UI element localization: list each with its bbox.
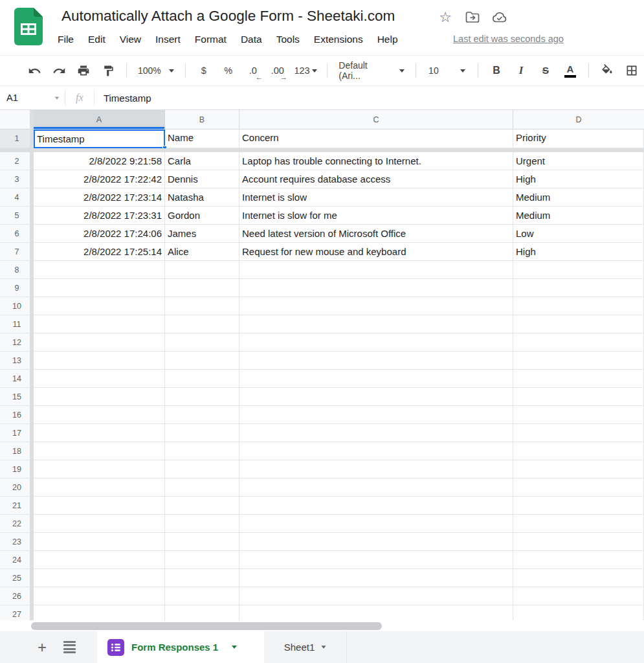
cell-B13[interactable] xyxy=(165,352,239,370)
cell-B10[interactable] xyxy=(165,297,239,315)
cell-D24[interactable] xyxy=(513,551,644,569)
bold-button[interactable]: B xyxy=(485,60,508,81)
cell-C13[interactable] xyxy=(239,352,513,370)
cell-C25[interactable] xyxy=(239,569,513,587)
cell-B6[interactable]: James xyxy=(165,225,239,243)
cell-B11[interactable] xyxy=(165,315,239,333)
row-header-10[interactable]: 10 xyxy=(0,297,34,315)
cell-B3[interactable]: Dennis xyxy=(165,170,239,188)
format-currency-button[interactable]: $ xyxy=(192,60,216,81)
cell-C4[interactable]: Internet is slow xyxy=(239,188,513,207)
cell-A7[interactable]: 2/8/2022 17:25:14 xyxy=(34,243,165,261)
cell-B9[interactable] xyxy=(165,279,239,297)
cell-A25[interactable] xyxy=(34,569,165,587)
cell-C5[interactable]: Internet is slow for me xyxy=(239,207,513,225)
cell-D25[interactable] xyxy=(513,569,644,587)
cell-C23[interactable] xyxy=(239,533,513,551)
menu-insert[interactable]: Insert xyxy=(148,31,188,48)
cell-B5[interactable]: Gordon xyxy=(165,207,239,225)
cell-B16[interactable] xyxy=(165,406,239,424)
cell-A6[interactable]: 2/8/2022 17:24:06 xyxy=(34,225,165,243)
cell-A12[interactable] xyxy=(34,333,165,352)
cell-A22[interactable] xyxy=(34,515,165,533)
undo-button[interactable] xyxy=(23,60,46,81)
cell-C10[interactable] xyxy=(239,297,513,315)
cell-A20[interactable] xyxy=(34,478,165,497)
name-box[interactable]: A1 xyxy=(0,93,65,103)
cell-C18[interactable] xyxy=(239,442,513,460)
cell-B24[interactable] xyxy=(165,551,239,569)
cell-D20[interactable] xyxy=(513,478,644,497)
font-size-select[interactable]: 10 xyxy=(422,60,472,81)
paint-format-button[interactable] xyxy=(96,60,120,81)
cell-C20[interactable] xyxy=(239,478,513,497)
cell-B8[interactable] xyxy=(165,261,239,279)
cell-A14[interactable] xyxy=(34,370,165,388)
cell-C22[interactable] xyxy=(239,515,513,533)
row-header-24[interactable]: 24 xyxy=(0,551,34,569)
cell-D11[interactable] xyxy=(513,315,644,333)
text-color-button[interactable]: A xyxy=(559,60,582,81)
menu-edit[interactable]: Edit xyxy=(81,31,113,48)
cell-A26[interactable] xyxy=(34,587,165,605)
row-header-22[interactable]: 22 xyxy=(0,515,34,533)
cell-C27[interactable] xyxy=(239,605,513,620)
row-header-27[interactable]: 27 xyxy=(0,605,34,620)
cell-B26[interactable] xyxy=(165,587,239,605)
cell-A18[interactable] xyxy=(34,442,165,460)
cell-B27[interactable] xyxy=(165,605,239,620)
add-sheet-button[interactable]: + xyxy=(31,631,53,663)
cell-B7[interactable]: Alice xyxy=(165,243,239,261)
row-header-6[interactable]: 6 xyxy=(0,225,34,243)
row-header-2[interactable]: 2 xyxy=(0,152,34,170)
cell-D27[interactable] xyxy=(513,605,644,620)
cell-B20[interactable] xyxy=(165,478,239,497)
cell-D21[interactable] xyxy=(513,497,644,515)
row-header-26[interactable]: 26 xyxy=(0,587,34,605)
cell-C19[interactable] xyxy=(239,460,513,478)
increase-decimals-button[interactable]: .00 → xyxy=(266,60,289,81)
row-header-7[interactable]: 7 xyxy=(0,243,34,261)
print-button[interactable] xyxy=(72,60,95,81)
cell-A9[interactable] xyxy=(34,279,165,297)
formula-input[interactable]: Timestamp xyxy=(94,93,644,104)
cell-A1[interactable]: Timestamp xyxy=(34,129,165,148)
cell-A5[interactable]: 2/8/2022 17:23:31 xyxy=(34,207,165,225)
column-header-A[interactable]: A xyxy=(34,110,165,129)
cell-D23[interactable] xyxy=(513,533,644,551)
cell-D18[interactable] xyxy=(513,442,644,460)
cell-B15[interactable] xyxy=(165,388,239,406)
row-header-19[interactable]: 19 xyxy=(0,460,34,478)
cell-A24[interactable] xyxy=(34,551,165,569)
cell-B1[interactable]: Name xyxy=(165,129,239,148)
cell-D12[interactable] xyxy=(513,333,644,352)
cell-C3[interactable]: Account requires database access xyxy=(239,170,513,188)
cell-A21[interactable] xyxy=(34,497,165,515)
cell-D15[interactable] xyxy=(513,388,644,406)
cell-A23[interactable] xyxy=(34,533,165,551)
cell-C11[interactable] xyxy=(239,315,513,333)
row-header-20[interactable]: 20 xyxy=(0,478,34,497)
cell-D5[interactable]: Medium xyxy=(513,207,644,225)
cell-C1[interactable]: Concern xyxy=(239,129,513,148)
cell-D19[interactable] xyxy=(513,460,644,478)
cell-C12[interactable] xyxy=(239,333,513,352)
menu-data[interactable]: Data xyxy=(234,31,269,48)
cell-C16[interactable] xyxy=(239,406,513,424)
row-header-4[interactable]: 4 xyxy=(0,188,34,207)
row-header-13[interactable]: 13 xyxy=(0,352,34,370)
cell-C26[interactable] xyxy=(239,587,513,605)
tab-sheet1[interactable]: Sheet1 xyxy=(264,631,347,663)
column-header-C[interactable]: C xyxy=(239,110,513,129)
cell-A13[interactable] xyxy=(34,352,165,370)
cell-D10[interactable] xyxy=(513,297,644,315)
select-all-corner[interactable] xyxy=(0,110,34,129)
row-header-9[interactable]: 9 xyxy=(0,279,34,297)
cell-D4[interactable]: Medium xyxy=(513,188,644,207)
menu-extensions[interactable]: Extensions xyxy=(307,31,370,48)
cell-C2[interactable]: Laptop has trouble connecting to Interne… xyxy=(239,152,513,170)
cell-B18[interactable] xyxy=(165,442,239,460)
row-header-8[interactable]: 8 xyxy=(0,261,34,279)
menu-tools[interactable]: Tools xyxy=(269,31,307,48)
cell-A17[interactable] xyxy=(34,424,165,442)
